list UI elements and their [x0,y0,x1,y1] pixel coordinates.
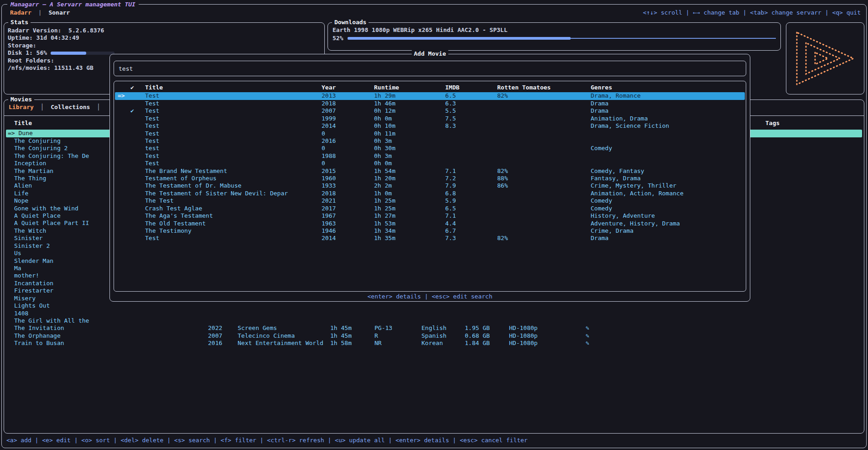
result-year-cell: 2018 [322,100,336,107]
result-imdb-cell: 7.1 [445,212,456,220]
result-runtime-cell: 1h 0m [374,190,392,197]
result-runtime-cell: 1h 34m [374,227,395,235]
download-percent-label: 52% [333,35,343,42]
result-runtime-cell: 0h 10m [374,122,395,130]
movie-title-cell: The Conjuring: The De [14,152,89,160]
result-title-cell: The Testament of Sister New Devil: Depar [145,190,288,197]
result-runtime-cell: 0h 3m [374,137,392,145]
result-row[interactable]: The Old Testament19631h 53m4.4Adventure,… [115,220,745,227]
result-genres-cell: Comedy, Fantasy [591,167,644,175]
language-cell: Korean [421,340,443,347]
library-row[interactable]: The Invitation2022Screen Gems1h 45mPG-13… [6,324,862,332]
movie-title-cell: Incantation [14,280,53,287]
download-progress-row: 52% [333,35,776,42]
result-year-cell: 1960 [322,175,336,182]
result-row[interactable]: The Testament of Sister New Devil: Depar… [115,190,745,197]
imdb-column-header: IMDB [445,84,459,91]
result-year-cell: 1946 [322,227,336,235]
result-row[interactable]: Test19990h 0m7.5Animation, Drama [115,115,745,122]
studio-cell: Screen Gems [238,324,277,332]
result-row[interactable]: The Brand New Testament20151h 54m7.182%C… [115,167,745,175]
library-row[interactable]: The Girl with All the [6,317,862,324]
result-title-cell: test [145,145,159,152]
tab-radarr[interactable]: Radarr [10,9,31,16]
result-title-cell: Test [145,137,159,145]
check-column-header: ✔ [130,84,134,91]
tab-collections[interactable]: Collections [51,104,90,110]
result-runtime-cell: 0h 3m [374,152,392,160]
result-row[interactable]: Testament of Orpheus19601h 20m7.288%Fant… [115,175,745,182]
library-row[interactable]: Lights Out [6,302,862,309]
movie-title-cell: A Quiet Place [14,212,61,220]
result-title-cell: The Testimony [145,227,192,235]
result-year-cell: 2016 [322,137,336,145]
result-genres-cell: Drama [591,107,608,115]
result-title-cell: Test [145,152,159,160]
movie-title-cell: A Quiet Place Part II [14,220,89,227]
monitored-icon: ✎ [586,332,589,340]
quality-cell: HD-1080p [509,332,538,340]
result-imdb-cell: 7.9 [445,182,456,189]
result-row[interactable]: Test20181h 46m6.3Drama [115,100,745,107]
result-row[interactable]: The Aga's Testament19671h 27m7.1History,… [115,212,745,220]
keyboard-hints-top: <↑↓> scroll | ←→ change tab | <tab> chan… [643,9,861,16]
result-year-cell: 1999 [322,115,336,122]
result-runtime-cell: 2h 2m [374,182,392,189]
result-row[interactable]: Test00h 11m [115,130,745,137]
movie-title-cell: The Orphanage [14,332,61,340]
result-rt-cell: 88% [497,175,508,182]
result-title-cell: Test [145,92,159,99]
result-runtime-cell: 1h 54m [374,167,395,175]
year-cell: 2007 [208,332,222,340]
studio-cell: Telecinco Cinema [238,332,295,340]
result-imdb-cell: 6.8 [445,190,456,197]
result-row[interactable]: Test00h 0m [115,160,745,167]
result-imdb-cell: 5.5 [445,107,456,115]
tab-sonarr[interactable]: Sonarr [48,9,70,16]
result-row[interactable]: Crash Test Aglae20171h 25m6.5Comedy [115,205,745,212]
result-title-cell: The Aga's Testament [145,212,213,220]
result-row[interactable]: The Testimony19461h 34m6.7Crime, Drama [115,227,745,235]
size-cell: 1.95 GB [465,324,490,332]
result-row[interactable]: Test20160h 3m [115,137,745,145]
result-imdb-cell: 7.1 [445,167,456,175]
selection-marker: => [118,92,125,99]
movie-search-input[interactable] [114,61,746,76]
result-title-cell: The Old Testament [145,220,206,227]
movie-title-cell: The Martian [14,167,53,175]
year-cell: 2016 [208,340,222,347]
result-runtime-cell: 1h 25m [374,197,395,204]
runtime-cell: 1h 45m [330,332,352,340]
result-row[interactable]: The Testament of Dr. Mabuse19332h 2m7.98… [115,182,745,189]
result-year-cell: 0 [322,160,325,167]
result-year-cell: 2014 [322,122,336,130]
modal-keyboard-hints: <enter> details | <esc> edit search [110,293,750,300]
library-row[interactable]: 1408 [6,310,862,317]
quality-cell: HD-1080p [509,324,538,332]
result-row[interactable]: Test19880h 3m [115,152,745,160]
result-imdb-cell: 7.2 [445,175,456,182]
downloads-panel-title: Downloads [332,19,369,26]
title-column-header: Title [145,84,163,91]
result-row[interactable]: =>Test20131h 29m6.582%Drama, Romance [115,92,745,99]
movie-title-cell: Us [14,250,21,257]
result-runtime-cell: 1h 46m [374,100,395,107]
result-runtime-cell: 0h 12m [374,107,395,115]
quality-cell: HD-1080p [509,340,538,347]
result-row[interactable]: The Test20211h 25m5.9Comedy [115,197,745,204]
result-rt-cell: 82% [497,92,508,99]
disk-usage-label: Disk 1: 56% [8,49,47,57]
movie-title-cell: Inception [14,160,46,167]
movie-title-cell: The Thing [14,175,46,182]
search-results-table: ✔ Title Year Runtime IMDB Rotten Tomatoe… [114,81,746,292]
result-row[interactable]: Test20140h 10m8.3Drama, Science Fiction [115,122,745,130]
library-row[interactable]: The Orphanage2007Telecinco Cinema1h 45mR… [6,332,862,340]
tab-library[interactable]: Library [9,104,34,110]
result-row[interactable]: ✔Test20070h 12m5.5Drama [115,107,745,115]
runtime-column-header: Runtime [374,84,399,91]
library-row[interactable]: Train to Busan2016Next Entertainment Wor… [6,340,862,347]
result-row[interactable]: test00h 30mComedy [115,145,745,152]
result-runtime-cell: 0h 30m [374,145,395,152]
result-row[interactable]: Test20141h 35m7.382%Drama [115,235,745,242]
result-imdb-cell: 7.5 [445,115,456,122]
